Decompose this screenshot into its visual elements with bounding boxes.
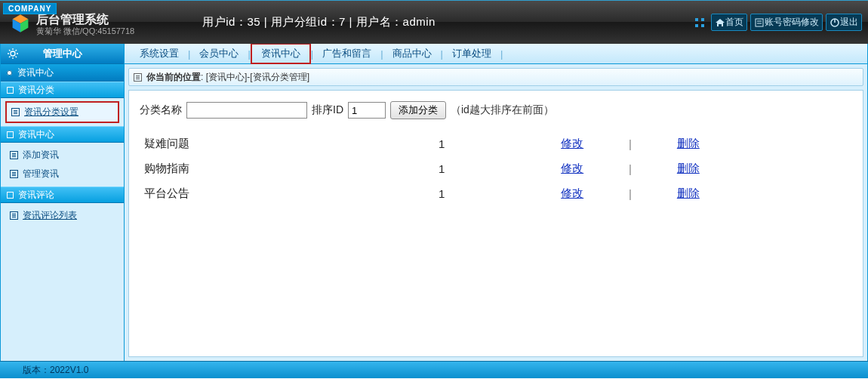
table-row: 平台公告1修改|删除 [140,181,728,206]
footer: 版本：2022V1.0 [0,361,868,378]
row-name: 平台公告 [140,181,434,206]
edit-link[interactable]: 修改 [561,186,583,199]
row-name: 疑难问题 [140,131,434,156]
name-label: 分类名称 [140,103,182,117]
main-area: 系统设置 | 会员中心 | 资讯中心 | 广告和留言 | 商品中心 | 订单处理… [125,44,868,361]
home-label: 首页 [725,16,743,29]
content-pane: 分类名称 排序ID 添加分类 （id越大排序在前面） 疑难问题1修改|删除购物指… [128,90,863,357]
tab[interactable]: 商品中心 [383,45,441,63]
edit-link[interactable]: 修改 [561,162,583,174]
svg-point-12 [11,51,15,56]
sidebar-section[interactable]: 资讯中心 [1,64,124,82]
top-bar: 后台管理系统 黄菊华 微信/QQ:45157718 用户id：35 | 用户分组… [0,0,868,44]
tab-strip: 系统设置 | 会员中心 | 资讯中心 | 广告和留言 | 商品中心 | 订单处理… [125,44,867,64]
grid-icon[interactable] [691,16,708,29]
svg-rect-6 [701,24,704,27]
password-label: 账号密码修改 [765,16,819,29]
square-icon [7,131,14,138]
page-icon [10,151,18,159]
page-icon [11,108,20,116]
gear-icon [7,48,19,60]
sort-label: 排序ID [312,103,343,117]
svg-line-17 [9,50,11,51]
sort-input[interactable] [348,102,386,119]
svg-rect-3 [695,18,698,21]
top-actions: 首页 账号密码修改 退出 [691,14,862,31]
tab[interactable]: 资讯中心 [251,43,311,64]
delete-link[interactable]: 删除 [677,162,700,174]
page-icon [134,73,142,82]
delete-link[interactable]: 删除 [677,137,700,149]
sidebar-group-head[interactable]: 资讯中心 [1,126,124,143]
sidebar: 管理中心 资讯中心 资讯分类资讯分类设置资讯中心添加资讯管理资讯资讯评论资讯评论… [0,44,125,361]
tab[interactable]: 订单处理 [443,45,500,63]
row-sort: 1 [434,131,532,156]
breadcrumb: 你当前的位置 : [资讯中心]-[资讯分类管理] [128,68,863,86]
svg-line-18 [16,57,17,58]
sep: | [612,131,648,156]
sidebar-item[interactable]: 资讯分类设置 [5,101,119,123]
logout-link[interactable]: 退出 [826,14,862,31]
square-icon [7,87,14,94]
edit-link[interactable]: 修改 [561,137,583,149]
table-row: 购物指南1修改|删除 [140,156,728,181]
logout-label: 退出 [840,16,858,29]
svg-rect-7 [756,19,763,26]
square-icon [7,192,14,199]
svg-line-20 [16,50,17,51]
company-tag: COMPANY [3,3,57,14]
tab[interactable]: 会员中心 [190,45,248,63]
tab[interactable]: 系统设置 [131,45,188,63]
sidebar-group-head[interactable]: 资讯分类 [1,82,124,98]
sidebar-item[interactable]: 资讯评论列表 [5,206,119,225]
sidebar-group-head[interactable]: 资讯评论 [1,186,124,203]
page-icon [10,211,18,220]
svg-line-19 [9,57,11,58]
page-icon [10,170,18,178]
app-title: 后台管理系统 [36,13,134,26]
table-row: 疑难问题1修改|删除 [140,131,728,156]
row-sort: 1 [434,181,532,206]
svg-rect-5 [695,24,698,27]
sep: | [612,156,648,181]
category-table: 疑难问题1修改|删除购物指南1修改|删除平台公告1修改|删除 [140,131,728,206]
home-link[interactable]: 首页 [711,14,747,31]
sidebar-item[interactable]: 添加资讯 [5,146,119,165]
logo-icon [11,14,30,33]
sidebar-item[interactable]: 管理资讯 [5,165,119,183]
add-button[interactable]: 添加分类 [390,101,446,119]
sep: | [612,181,648,206]
sidebar-title: 管理中心 [1,44,124,64]
row-sort: 1 [434,156,532,181]
add-form: 分类名称 排序ID 添加分类 （id越大排序在前面） [140,101,852,119]
tab[interactable]: 广告和留言 [313,45,380,63]
password-link[interactable]: 账号密码修改 [750,14,823,31]
crumb-path: : [资讯中心]-[资讯分类管理] [201,71,309,84]
row-name: 购物指南 [140,156,434,181]
delete-link[interactable]: 删除 [677,186,700,199]
user-info: 用户id：35 | 用户分组id：7 | 用户名：admin [202,15,436,29]
crumb-prefix: 你当前的位置 [146,71,201,84]
svg-rect-4 [701,18,704,21]
form-note: （id越大排序在前面） [451,103,554,117]
dot-icon [7,70,12,75]
app-subtitle: 黄菊华 微信/QQ:45157718 [36,26,134,36]
name-input[interactable] [186,102,307,119]
logo: 后台管理系统 黄菊华 微信/QQ:45157718 [11,13,134,36]
